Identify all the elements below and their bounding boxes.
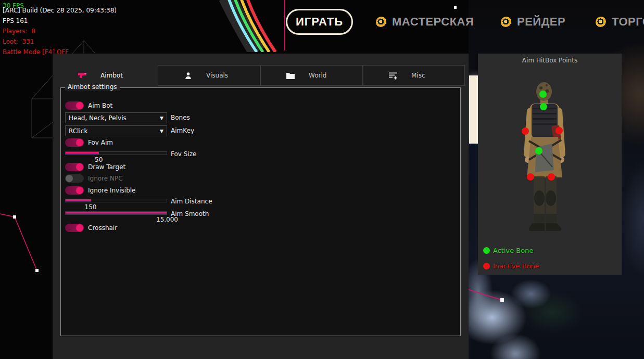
hitbox-point-neck[interactable] xyxy=(540,103,547,110)
crosshair-row: Crosshair xyxy=(65,224,450,235)
aim-smooth-row: 15.000 Aim Smooth xyxy=(65,210,450,224)
aim-bot-row: Aim Bot xyxy=(65,101,450,113)
toggle-knob xyxy=(76,102,83,109)
group-title: Aimbot settings xyxy=(65,83,120,91)
esp-line-bottomright-decoration xyxy=(468,285,509,306)
fov-size-label: Fov Size xyxy=(171,150,196,158)
filter-plus-icon xyxy=(388,71,398,80)
ignore-invisible-toggle[interactable] xyxy=(65,186,84,195)
toggle-knob xyxy=(76,163,83,171)
fov-size-slider[interactable] xyxy=(65,151,167,155)
tab-label: World xyxy=(309,72,326,79)
chevron-down-icon: ▼ xyxy=(160,116,163,121)
fov-aim-toggle[interactable] xyxy=(65,138,84,147)
toggle-knob xyxy=(76,139,83,146)
screen: 30 FPS [ARC] Build (Dec 28 2025, 09:43:3… xyxy=(0,0,644,359)
crosshair-label: Crosshair xyxy=(88,224,117,232)
bones-label: Bones xyxy=(171,114,190,121)
aimkey-row: RClick ▼ AimKey xyxy=(65,125,450,137)
aimkey-dropdown-value: RClick xyxy=(69,127,160,135)
person-icon xyxy=(183,71,193,80)
coin-icon xyxy=(596,17,607,28)
player-model xyxy=(520,81,582,237)
ignore-npc-toggle[interactable] xyxy=(65,174,84,183)
chevron-down-icon: ▼ xyxy=(160,129,163,134)
hitbox-point-right-arm[interactable] xyxy=(555,127,563,134)
bones-dropdown-value: Head, Neck, Pelvis xyxy=(69,114,160,122)
hitbox-point-pelvis[interactable] xyxy=(535,147,542,155)
draw-target-row: Draw Target xyxy=(65,163,450,174)
ignore-npc-row: Ignore NPC xyxy=(65,174,450,186)
tab-world[interactable]: World xyxy=(260,65,363,86)
aimkey-label: AimKey xyxy=(171,127,194,134)
nav-item-raider[interactable]: РЕЙДЕР xyxy=(501,15,565,29)
hitbox-point-left-arm[interactable] xyxy=(522,127,529,135)
tab-label: Aimbot xyxy=(100,72,123,79)
fov-size-row: 50 Fov Size xyxy=(65,150,450,164)
toggle-knob xyxy=(76,224,83,232)
toggle-knob xyxy=(66,175,73,182)
bones-dropdown[interactable]: Head, Neck, Pelvis ▼ xyxy=(65,112,167,123)
nav-item-workshop[interactable]: МАСТЕРСКАЯ xyxy=(376,15,474,29)
tab-label: Misc xyxy=(411,72,425,79)
esp-lines-decoration xyxy=(0,210,47,277)
slider-fill xyxy=(66,199,91,202)
aim-distance-row: 150 Aim Distance xyxy=(65,198,450,211)
ignore-npc-label: Ignore NPC xyxy=(88,175,123,182)
fov-aim-label: Fov Aim xyxy=(88,139,113,146)
aimkey-dropdown[interactable]: RClick ▼ xyxy=(65,125,167,136)
aim-distance-label: Aim Distance xyxy=(171,198,212,205)
tab-visuals[interactable]: Visuals xyxy=(158,65,260,86)
aim-smooth-label: Aim Smooth xyxy=(171,210,209,217)
slider-fill xyxy=(66,212,167,214)
fov-size-value: 50 xyxy=(95,156,103,163)
hitbox-point-right-thigh[interactable] xyxy=(548,173,555,181)
ignore-invisible-row: Ignore Invisible xyxy=(65,186,450,198)
hitbox-point-head[interactable] xyxy=(539,91,547,98)
draw-target-label: Draw Target xyxy=(88,163,125,171)
coin-icon xyxy=(501,17,512,28)
aim-smooth-slider[interactable] xyxy=(65,211,167,215)
play-button[interactable]: ИГРАТЬ xyxy=(286,9,353,35)
aimbot-settings-group: Aimbot settings Aim Bot Head, Neck, Pelv… xyxy=(60,87,461,336)
aim-distance-value: 150 xyxy=(85,203,97,211)
folder-icon xyxy=(286,71,295,80)
nav-item-trade[interactable]: ТОРГО xyxy=(596,15,644,29)
nav-item-label: ТОРГО xyxy=(612,15,644,29)
active-bone-dot xyxy=(483,247,490,254)
tab-label: Visuals xyxy=(206,72,228,79)
aim-distance-slider[interactable] xyxy=(65,199,167,202)
hitbox-point-left-thigh[interactable] xyxy=(527,173,534,181)
aim-bot-label: Aim Bot xyxy=(88,102,112,109)
fov-aim-row: Fov Aim xyxy=(65,138,450,150)
crosshair-toggle[interactable] xyxy=(65,224,84,232)
tab-aimbot[interactable]: Aimbot xyxy=(53,65,158,86)
aim-hitbox-panel: Aim HitBox Points xyxy=(478,54,622,275)
coin-icon xyxy=(376,17,387,28)
top-nav: ИГРАТЬ МАСТЕРСКАЯ РЕЙДЕР ТОРГО xyxy=(0,0,644,47)
legend-active-bone: Active Bone xyxy=(483,247,533,254)
legend-label: Inactive Bone xyxy=(493,262,539,270)
cheat-menu-panel: Aimbot Visuals World Misc Aimbot setting… xyxy=(53,54,469,359)
draw-target-toggle[interactable] xyxy=(65,163,84,171)
bones-row: Head, Neck, Pelvis ▼ Bones xyxy=(65,112,450,124)
nav-item-label: МАСТЕРСКАЯ xyxy=(392,15,474,29)
aim-bot-toggle[interactable] xyxy=(65,101,84,110)
toggle-knob xyxy=(76,187,83,194)
nav-item-label: РЕЙДЕР xyxy=(517,15,565,29)
player-model-image xyxy=(520,81,582,237)
hitbox-panel-title: Aim HitBox Points xyxy=(478,57,622,64)
ignore-invisible-label: Ignore Invisible xyxy=(88,187,135,194)
slider-fill xyxy=(66,152,99,155)
tab-misc[interactable]: Misc xyxy=(363,65,465,86)
legend-label: Active Bone xyxy=(493,247,533,254)
legend-inactive-bone: Inactive Bone xyxy=(483,262,539,270)
inactive-bone-dot xyxy=(483,263,490,270)
pistol-icon xyxy=(78,71,87,80)
